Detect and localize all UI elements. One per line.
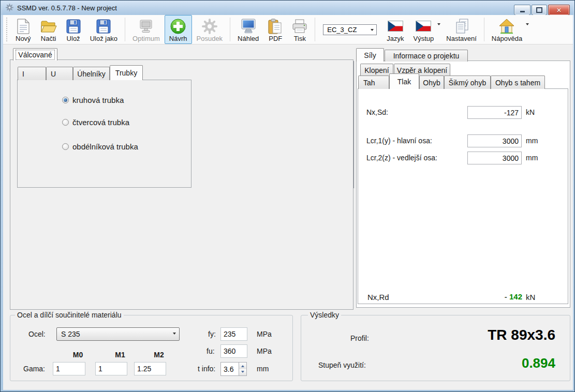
gamma-m1-input[interactable] (95, 362, 127, 375)
pages-icon (454, 18, 469, 35)
settings-button-label: Nastavení (446, 35, 477, 42)
tab-tah[interactable]: Tah (358, 76, 389, 89)
close-button[interactable]: ✕ (548, 5, 570, 16)
home-icon (499, 18, 514, 35)
open-button-label: Načti (41, 35, 56, 42)
radio-ctvercova-trubka[interactable] (62, 119, 69, 126)
tab-trubky-label: Trubky (115, 69, 137, 77)
gear-icon (202, 18, 217, 35)
save-button-label: Ulož (67, 35, 80, 42)
gamma-label: Gama: (23, 365, 45, 373)
radio-row: čtvercová trubka (62, 118, 129, 127)
settings-button[interactable]: Nastavení (441, 15, 481, 44)
new-button[interactable]: Nový (11, 15, 36, 44)
radio-obdelnikova-trubka[interactable] (62, 143, 69, 150)
nxsd-unit: kN (526, 108, 535, 116)
t-info-label: t info: (198, 365, 215, 373)
steel-grade-combobox[interactable]: S 235 (56, 327, 180, 341)
tab-tlak[interactable]: Tlak (389, 73, 419, 89)
save-as-button[interactable]: Ulož jako (85, 15, 122, 44)
nxsd-input[interactable] (467, 106, 522, 119)
new-document-icon (17, 18, 30, 35)
stepper-up-button[interactable] (239, 363, 246, 369)
tab-i-label: I (22, 70, 24, 78)
design-button[interactable]: Návrh (165, 15, 192, 44)
app-window: SSMD ver. 0.5.7.78 - New project ✕ Nový … (0, 0, 575, 392)
lcr1-label: Lcr,1(y) - hlavní osa: (366, 137, 432, 145)
new-button-label: Nový (16, 35, 31, 42)
lcr1-input[interactable] (467, 134, 522, 147)
chevron-down-icon (173, 333, 176, 336)
design-button-label: Návrh (169, 35, 187, 42)
fu-unit: MPa (257, 347, 272, 355)
language-button[interactable]: Jazyk (382, 15, 408, 44)
t-info-unit: mm (257, 365, 269, 373)
tab-sikmy-ohyb-label: Šikmý ohyb (449, 79, 486, 87)
tab-ohyb[interactable]: Ohyb (419, 76, 444, 89)
print-button-label: Tisk (294, 35, 306, 42)
help-dropdown-icon[interactable] (526, 23, 529, 27)
output-dropdown-icon[interactable] (437, 23, 440, 27)
print-button[interactable]: Tisk (287, 15, 312, 44)
results-group: Výsledky Profil: TR 89x3.6 Stupeň využit… (301, 315, 570, 381)
help-button[interactable]: Nápověda (487, 15, 527, 44)
restore-button[interactable] (532, 5, 547, 16)
fy-unit: MPa (257, 330, 272, 338)
pdf-button-label: PDF (269, 35, 282, 42)
results-group-title: Výsledky (308, 311, 341, 319)
tab-klopeni-label: Klopení (364, 66, 389, 74)
gamma-m2-input[interactable] (134, 362, 166, 375)
check-button-label: Posudek (197, 35, 223, 42)
radio-ctvercova-label: čtvercová trubka (72, 118, 129, 127)
radio-obdelnikova-label: obdélníková trubka (72, 142, 138, 151)
tab-trubky[interactable]: Trubky (110, 65, 143, 80)
fu-input[interactable] (220, 344, 247, 358)
language-button-label: Jazyk (387, 35, 404, 42)
tab-informace-o-projektu[interactable]: Informace o projektu (385, 50, 468, 62)
lcr2-input[interactable] (467, 152, 522, 164)
utilization-value: 0.894 (522, 355, 555, 371)
tab-u-label: U (51, 70, 56, 78)
minimize-button[interactable] (514, 5, 530, 16)
t-info-input[interactable] (220, 362, 239, 376)
lcr2-label: Lcr,2(z) - vedlejší osa: (366, 154, 437, 162)
radio-kruhova-label: kruhová trubka (72, 96, 124, 104)
app-icon (6, 4, 13, 12)
tab-uhelniky[interactable]: Úhelníky (73, 67, 110, 80)
t-info-stepper[interactable] (220, 362, 247, 376)
open-folder-icon (40, 18, 57, 35)
fy-label: fy: (208, 330, 216, 338)
clipboard-icon (268, 18, 283, 35)
output-button[interactable]: Výstup (409, 15, 439, 44)
output-button-label: Výstup (414, 35, 434, 42)
norm-combobox-value: EC_3_CZ (327, 26, 357, 34)
tab-klopeni[interactable]: Klopení (360, 64, 393, 76)
pdf-button[interactable]: PDF (263, 15, 287, 44)
check-button[interactable]: Posudek (192, 15, 228, 44)
stepper-buttons (239, 362, 247, 376)
optimum-button[interactable]: Optimum (128, 15, 165, 44)
client-area: Nový Načti Ulož Ulož jako (3, 15, 573, 390)
toolbar-separator (484, 18, 484, 41)
radio-kruhova-trubka[interactable] (62, 97, 69, 103)
fy-input[interactable] (220, 327, 247, 341)
tab-sikmy-ohyb[interactable]: Šikmý ohyb (444, 76, 491, 89)
material-group-title: Ocel a dílčí součinitelé materiálu (15, 311, 124, 319)
tab-i-sections[interactable]: I (18, 67, 46, 80)
tab-valcovane[interactable]: Válcované (13, 48, 57, 61)
nxrd-label: Nx,Rd (367, 293, 389, 301)
gamma-m0-input[interactable] (53, 362, 85, 375)
window-controls: ✕ (514, 5, 570, 16)
preview-button[interactable]: Náhled (233, 15, 263, 44)
czech-flag-icon (388, 18, 403, 35)
tab-ohyb-s-tahem-label: Ohyb s tahem (495, 79, 540, 87)
norm-combobox[interactable]: EC_3_CZ (323, 24, 377, 35)
stepper-down-button[interactable] (239, 369, 246, 376)
preview-button-label: Náhled (238, 35, 259, 42)
tab-sily[interactable]: Síly (356, 48, 384, 62)
save-button[interactable]: Ulož (62, 15, 85, 44)
open-button[interactable]: Načti (36, 15, 62, 44)
tab-u-sections[interactable]: U (46, 67, 73, 80)
tab-ohyb-label: Ohyb (423, 79, 440, 87)
tab-ohyb-s-tahem[interactable]: Ohyb s tahem (491, 76, 545, 89)
